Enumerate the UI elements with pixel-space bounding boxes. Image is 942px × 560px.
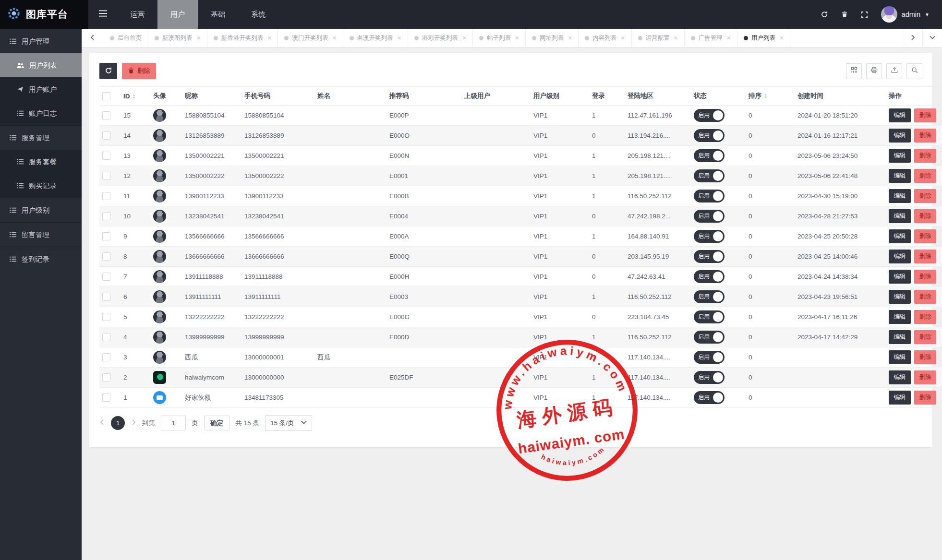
edit-button[interactable]: 编辑 [889, 189, 911, 203]
edit-button[interactable]: 编辑 [889, 229, 911, 243]
user-menu[interactable]: admin ▼ [881, 6, 930, 23]
row-checkbox[interactable] [102, 273, 110, 281]
row-checkbox[interactable] [102, 373, 110, 381]
trash-icon[interactable] [841, 11, 848, 18]
delete-button[interactable]: 删除 [914, 209, 936, 223]
goto-confirm-button[interactable]: 确定 [204, 416, 230, 430]
sidebar-item[interactable]: 留言管理 [0, 222, 82, 247]
edit-button[interactable]: 编辑 [889, 169, 911, 183]
tab-close-icon[interactable]: × [515, 34, 519, 42]
edit-button[interactable]: 编辑 [889, 209, 911, 223]
status-toggle[interactable]: 启用 [694, 230, 725, 243]
tab[interactable]: 澳门开奖列表× [278, 29, 343, 47]
top-menu-item[interactable]: 系统 [238, 0, 278, 29]
tabs-scroll-right[interactable] [903, 29, 922, 47]
edit-button[interactable]: 编辑 [889, 370, 911, 384]
status-toggle[interactable]: 启用 [694, 149, 725, 162]
tab-close-icon[interactable]: × [332, 34, 336, 42]
tab[interactable]: 新澳图列表× [148, 29, 207, 47]
delete-button[interactable]: 删除 [914, 370, 936, 384]
delete-button[interactable]: 删除 [914, 270, 936, 284]
tab[interactable]: 新香港开奖列表× [207, 29, 278, 47]
edit-button[interactable]: 编辑 [889, 129, 911, 143]
delete-button[interactable]: 删除 [914, 250, 936, 263]
row-checkbox[interactable] [102, 333, 110, 341]
status-toggle[interactable]: 启用 [694, 391, 725, 404]
tab-close-icon[interactable]: × [674, 34, 678, 42]
row-checkbox[interactable] [102, 293, 110, 301]
row-checkbox[interactable] [102, 152, 110, 160]
tab[interactable]: 运营配置× [632, 29, 685, 47]
tab[interactable]: 帖子列表× [473, 29, 526, 47]
delete-button[interactable]: 删除 [914, 310, 936, 324]
delete-button[interactable]: 删除 [914, 290, 936, 304]
status-toggle[interactable]: 启用 [694, 270, 725, 283]
edit-button[interactable]: 编辑 [889, 350, 911, 364]
sidebar-item[interactable]: 用户管理 [0, 29, 82, 53]
status-toggle[interactable]: 启用 [694, 190, 725, 203]
tabs-scroll-left[interactable] [82, 29, 104, 47]
edit-button[interactable]: 编辑 [889, 290, 911, 304]
edit-button[interactable]: 编辑 [889, 330, 911, 344]
status-toggle[interactable]: 启用 [694, 331, 725, 344]
row-checkbox[interactable] [102, 393, 110, 402]
row-checkbox[interactable] [102, 212, 110, 220]
tab[interactable]: 后台首页 [104, 29, 148, 47]
status-toggle[interactable]: 启用 [694, 129, 725, 142]
edit-button[interactable]: 编辑 [889, 250, 911, 263]
delete-button[interactable]: 删除 [914, 350, 936, 364]
status-toggle[interactable]: 启用 [694, 109, 725, 122]
tab[interactable]: 港彩开奖列表× [408, 29, 473, 47]
row-checkbox[interactable] [102, 313, 110, 321]
tab[interactable]: 用户列表× [737, 29, 790, 47]
refresh-icon[interactable] [821, 11, 828, 18]
edit-button[interactable]: 编辑 [889, 108, 911, 122]
row-checkbox[interactable] [102, 353, 110, 361]
delete-button[interactable]: 删除 [914, 129, 936, 143]
status-toggle[interactable]: 启用 [694, 290, 725, 303]
status-toggle[interactable]: 启用 [694, 351, 725, 364]
row-checkbox[interactable] [102, 131, 110, 140]
sidebar-item[interactable]: 账户日志 [0, 101, 82, 125]
top-menu-item[interactable]: 基础 [198, 0, 238, 29]
top-menu-item[interactable]: 运营 [117, 0, 157, 29]
top-menu-item[interactable]: 用户 [157, 0, 198, 29]
tab-close-icon[interactable]: × [267, 34, 271, 42]
sort-carets-icon[interactable]: ▲▼ [764, 93, 767, 99]
sidebar-item[interactable]: 用户级别 [0, 198, 82, 222]
tab-close-icon[interactable]: × [621, 34, 625, 42]
delete-button[interactable]: 删除 [914, 108, 936, 122]
search-toggle-button[interactable] [906, 63, 922, 79]
edit-button[interactable]: 编辑 [889, 270, 911, 284]
row-checkbox[interactable] [102, 252, 110, 261]
edit-button[interactable]: 编辑 [889, 391, 911, 405]
page-number-current[interactable]: 1 [111, 416, 125, 430]
sidebar-item[interactable]: 用户账户 [0, 77, 82, 101]
row-checkbox[interactable] [102, 111, 110, 119]
edit-button[interactable]: 编辑 [889, 310, 911, 324]
sidebar-collapse-button[interactable] [88, 0, 117, 29]
status-toggle[interactable]: 启用 [694, 210, 725, 223]
tab[interactable]: 网址列表× [526, 29, 579, 47]
status-toggle[interactable]: 启用 [694, 310, 725, 323]
columns-toggle-button[interactable] [846, 63, 862, 79]
delete-button[interactable]: 删除 [914, 169, 936, 183]
delete-button[interactable]: 删除 [914, 391, 936, 405]
sidebar-item[interactable]: 签到记录 [0, 247, 82, 271]
page-next-button[interactable] [131, 419, 136, 427]
tab-close-icon[interactable]: × [727, 34, 731, 42]
print-button[interactable] [866, 63, 882, 79]
tabs-menu-button[interactable] [922, 29, 942, 47]
delete-button[interactable]: 删除 [914, 149, 936, 163]
sidebar-item[interactable]: 服务管理 [0, 125, 82, 150]
delete-button[interactable]: 删除 [914, 189, 936, 203]
tab-close-icon[interactable]: × [462, 34, 466, 42]
delete-button[interactable]: 删除 [914, 229, 936, 243]
sidebar-item[interactable]: 服务套餐 [0, 150, 82, 174]
batch-delete-button[interactable]: 删除 [122, 63, 156, 79]
tab[interactable]: 老澳开奖列表× [343, 29, 408, 47]
sidebar-item[interactable]: 用户列表 [0, 53, 82, 77]
row-checkbox[interactable] [102, 232, 110, 240]
tab-close-icon[interactable]: × [780, 34, 784, 42]
tab-close-icon[interactable]: × [197, 34, 201, 42]
